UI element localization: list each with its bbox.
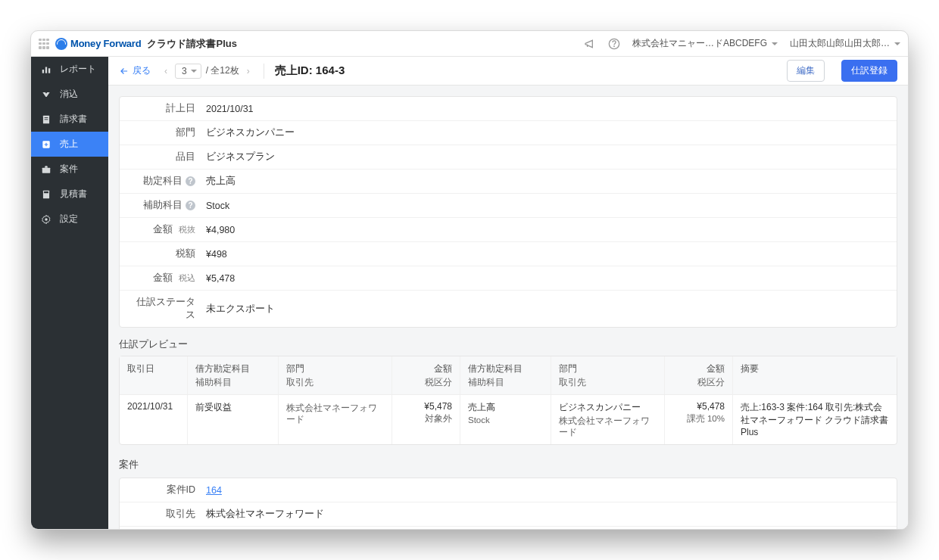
anken-value: 164 [206, 485, 222, 496]
sidebar-item-label: 案件 [60, 163, 78, 176]
journal-preview-table: 取引日 借方勘定科目補助科目 部門取引先 金額税区分 借方勘定科目補助科目 部門… [119, 356, 897, 445]
detail-value: 2021/10/31 [206, 104, 254, 114]
detail-row: 計上日2021/10/31 [120, 97, 897, 120]
svg-rect-2 [42, 70, 44, 73]
brand-logo[interactable]: Money Forward [55, 38, 141, 50]
anken-card: 案件ID164取引先株式会社マネーフォワード取引先部門契約期間2021/08/0… [119, 478, 897, 529]
pager-prev[interactable]: ‹ [161, 66, 170, 76]
detail-label: 勘定科目? [130, 175, 195, 188]
detail-label: 仕訳ステータス [130, 296, 195, 322]
help-icon[interactable]: ? [186, 176, 195, 186]
svg-point-1 [614, 46, 615, 47]
th-summary: 摘要 [733, 356, 897, 394]
chevron-down-icon [894, 42, 900, 45]
detail-value: 未エクスポート [206, 303, 275, 316]
detail-value: ¥5,478 [206, 273, 235, 284]
detail-row: 品目ビジネスプラン [120, 145, 897, 169]
sidebar-item-anken[interactable]: 案件 [31, 157, 108, 182]
sidebar-item-label: 売上 [60, 138, 78, 151]
calculator-icon [40, 188, 52, 201]
user-dropdown[interactable]: 山田太郎山郎山田太郎… [790, 37, 900, 50]
svg-rect-9 [42, 167, 51, 173]
detail-row: 部門ビジネスカンパニー [120, 120, 897, 145]
sidebar-item-settings[interactable]: 設定 [31, 207, 108, 232]
table-header: 取引日 借方勘定科目補助科目 部門取引先 金額税区分 借方勘定科目補助科目 部門… [120, 356, 897, 394]
detail-label: 品目 [130, 151, 195, 163]
anken-id-link[interactable]: 164 [206, 485, 222, 496]
content-scroll[interactable]: 計上日2021/10/31部門ビジネスカンパニー品目ビジネスプラン勘定科目?売上… [108, 86, 908, 529]
megaphone-icon[interactable] [584, 38, 596, 50]
back-label: 戻る [133, 64, 151, 77]
anken-label: 取引先 [130, 508, 195, 521]
sales-icon [40, 138, 52, 151]
sidebar-item-label: 見積書 [60, 188, 87, 201]
detail-row: 勘定科目?売上高 [120, 169, 897, 193]
back-link[interactable]: 戻る [119, 64, 151, 77]
user-name: 山田太郎山郎山田太郎… [790, 37, 890, 50]
sidebar-item-invoice[interactable]: 請求書 [31, 107, 108, 132]
detail-label: 税額 [130, 247, 195, 260]
invoice-icon [40, 114, 52, 126]
td-debit-account: 前受収益 [188, 395, 279, 444]
th-dept1: 部門取引先 [279, 356, 392, 394]
anken-value: 株式会社マネーフォワード [206, 508, 324, 521]
sidebar-item-report[interactable]: レポート [31, 57, 108, 82]
th-amount2: 金額税区分 [665, 356, 733, 394]
sidebar-item-label: 設定 [60, 213, 78, 226]
brand-name: Money Forward [70, 38, 141, 49]
sidebar-item-quote[interactable]: 見積書 [31, 182, 108, 207]
reconcile-icon [40, 89, 52, 101]
detail-row: 仕訳ステータス未エクスポート [120, 290, 897, 327]
detail-value: ビジネスプラン [206, 151, 275, 163]
subheader: 戻る ‹ 3 / 全12枚 › 売上ID: 164-3 編集 仕訳登録 [108, 57, 908, 86]
sidebar-item-keshikomi[interactable]: 消込 [31, 82, 108, 107]
sidebar-item-label: レポート [60, 63, 96, 76]
topbar: Money Forward クラウド請求書Plus 株式会社マニャー…ドABCD… [31, 31, 908, 57]
chevron-down-icon [772, 42, 778, 45]
sidebar-item-label: 請求書 [60, 113, 87, 126]
globe-icon [55, 38, 67, 50]
detail-row: 金額税込¥5,478 [120, 266, 897, 290]
anken-section-title: 案件 [108, 445, 908, 478]
th-amount1: 金額税区分 [392, 356, 460, 394]
svg-rect-3 [45, 67, 47, 73]
apps-grid-icon[interactable] [39, 39, 49, 49]
svg-rect-11 [44, 191, 48, 192]
pager-next[interactable]: › [244, 66, 253, 76]
svg-rect-6 [45, 117, 48, 118]
detail-value: 売上高 [206, 175, 236, 188]
divider [264, 64, 264, 79]
chevron-down-icon [191, 70, 197, 73]
detail-row: 金額税抜¥4,980 [120, 217, 897, 241]
detail-label: 金額税抜 [130, 223, 195, 236]
pager: ‹ 3 / 全12枚 › [161, 64, 253, 79]
th-dept2: 部門取引先 [551, 356, 665, 394]
detail-label: 計上日 [130, 102, 195, 115]
th-credit-account: 借方勘定科目補助科目 [460, 356, 551, 394]
svg-rect-7 [45, 119, 48, 120]
td-dept1: 株式会社マネーフォワード [279, 395, 392, 444]
svg-rect-4 [48, 68, 50, 73]
detail-value: ビジネスカンパニー [206, 126, 295, 139]
help-icon[interactable] [608, 38, 620, 50]
td-amount2: ¥5,478課売 10% [665, 395, 733, 444]
brand-product: クラウド請求書Plus [147, 37, 236, 51]
company-name: 株式会社マニャー…ドABCDEFG [632, 37, 767, 50]
company-dropdown[interactable]: 株式会社マニャー…ドABCDEFG [632, 37, 778, 50]
help-icon[interactable]: ? [186, 201, 195, 210]
detail-row: 補助科目?Stock [120, 193, 897, 217]
pager-current: 3 [182, 66, 187, 76]
detail-label: 部門 [130, 126, 195, 139]
detail-value: Stock [206, 201, 229, 211]
detail-card: 計上日2021/10/31部門ビジネスカンパニー品目ビジネスプラン勘定科目?売上… [119, 96, 897, 328]
pager-select[interactable]: 3 [175, 64, 201, 79]
detail-label: 補助科目? [130, 199, 195, 212]
sidebar-item-sales[interactable]: 売上 [31, 132, 108, 157]
journal-register-button[interactable]: 仕訳登録 [841, 60, 897, 82]
th-date: 取引日 [120, 356, 188, 394]
arrow-left-icon [119, 66, 129, 76]
detail-value: ¥498 [206, 249, 227, 260]
edit-button[interactable]: 編集 [787, 60, 825, 82]
sidebar-item-label: 消込 [60, 88, 78, 101]
table-row: 2021/10/31 前受収益 株式会社マネーフォワード ¥5,478対象外 売… [120, 394, 897, 444]
